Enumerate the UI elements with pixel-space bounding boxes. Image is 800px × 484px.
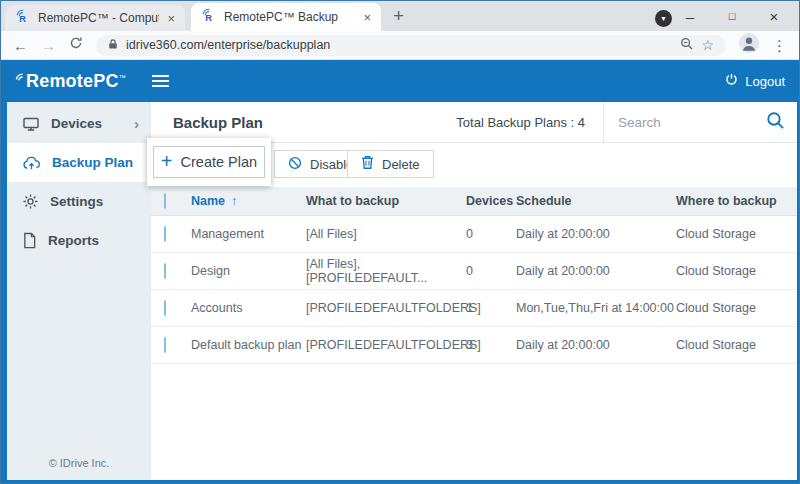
app-body: Devices › Backup Plan Settings Reports	[1, 102, 799, 483]
cell-schedule: Daily at 20:00:00	[516, 264, 676, 278]
copyright-text: © IDrive Inc.	[7, 457, 151, 469]
cell-schedule: Mon,Tue,Thu,Fri at 14:00:00	[516, 301, 676, 315]
cell-devices: 1	[466, 301, 516, 315]
logout-label: Logout	[745, 74, 785, 89]
gear-icon	[22, 193, 39, 210]
search-input[interactable]	[616, 114, 758, 131]
table-row[interactable]: Default backup plan [PROFILEDEFAULTFOLDE…	[151, 327, 797, 364]
tab-remotepc-backup[interactable]: R RemotePC™ Backup ×	[191, 3, 381, 31]
row-checkbox[interactable]	[164, 337, 166, 353]
create-plan-button[interactable]: + Create Plan	[153, 146, 265, 178]
column-header-what-to-backup[interactable]: What to backup	[306, 194, 466, 208]
monitor-icon	[22, 115, 40, 133]
lock-icon[interactable]	[108, 36, 118, 54]
sort-asc-icon: ↑	[231, 194, 237, 208]
chevron-right-icon: ›	[134, 115, 139, 132]
sidebar-item-label: Settings	[50, 194, 103, 209]
cell-where-to-backup: Cloud Storage	[676, 227, 797, 241]
search-box	[604, 102, 797, 142]
svg-text:R: R	[205, 12, 212, 22]
cell-schedule: Daily at 20:00:00	[516, 338, 676, 352]
sidebar-item-reports[interactable]: Reports	[7, 221, 151, 260]
browser-window: R RemotePC™ - Computers × R RemotePC™ Ba…	[0, 0, 800, 484]
trash-icon	[361, 155, 374, 173]
total-backup-plans: Total Backup Plans : 4	[456, 115, 585, 130]
tab-title: RemotePC™ - Computers	[38, 11, 159, 25]
column-header-name[interactable]: Name ↑	[191, 194, 306, 208]
remotepc-favicon: R	[15, 9, 30, 28]
cell-name: Default backup plan	[191, 338, 306, 352]
cell-devices: 0	[466, 264, 516, 278]
select-all-checkbox[interactable]	[164, 193, 166, 209]
window-close-icon[interactable]: ×	[753, 8, 795, 25]
cell-devices: 3	[466, 338, 516, 352]
refresh-icon[interactable]	[69, 36, 83, 54]
cell-devices: 0	[466, 227, 516, 241]
row-checkbox[interactable]	[164, 300, 166, 316]
create-plan-label: Create Plan	[181, 154, 258, 170]
new-tab-icon[interactable]: +	[393, 6, 404, 25]
content-header: Backup Plan Total Backup Plans : 4	[151, 102, 797, 143]
cell-name: Design	[191, 264, 306, 278]
window-controls: – □ ×	[669, 1, 795, 31]
cell-schedule: Daily at 20:00:00	[516, 227, 676, 241]
zoom-indicator-icon[interactable]	[680, 36, 693, 54]
cloud-upload-icon	[22, 155, 41, 171]
power-icon	[725, 73, 738, 89]
create-plan-callout: + Create Plan	[147, 138, 271, 186]
delete-button[interactable]: Delete	[347, 150, 434, 178]
minimize-icon[interactable]: –	[669, 8, 711, 25]
cell-what-to-backup: [All Files],[PROFILEDEFAULT...	[306, 257, 466, 285]
brand-trademark: ™	[119, 74, 126, 81]
row-checkbox[interactable]	[164, 263, 166, 279]
back-icon[interactable]: ←	[13, 38, 28, 53]
column-header-schedule[interactable]: Schedule	[516, 194, 676, 208]
remotepc-logo: RemotePC ™	[15, 71, 126, 92]
sidebar-item-settings[interactable]: Settings	[7, 182, 151, 221]
svg-text:R: R	[19, 13, 26, 23]
app-header: RemotePC ™ Logout	[1, 60, 799, 102]
plus-icon: +	[161, 151, 173, 171]
tab-strip: R RemotePC™ - Computers × R RemotePC™ Ba…	[1, 1, 799, 31]
tab-close-icon[interactable]: ×	[363, 11, 371, 24]
url-text: idrive360.com/enterprise/backupplan	[126, 38, 330, 52]
cell-name: Accounts	[191, 301, 306, 315]
cell-where-to-backup: Cloud Storage	[676, 264, 797, 278]
sidebar-item-label: Reports	[48, 233, 99, 248]
browser-menu-icon[interactable]: ⋮	[772, 38, 787, 53]
cell-what-to-backup: [All Files]	[306, 227, 466, 241]
page-title: Backup Plan	[151, 114, 263, 131]
browser-toolbar: ← → idrive360.com/enterprise/backupplan …	[1, 31, 799, 60]
profile-avatar-icon[interactable]	[739, 33, 759, 57]
brand-name: RemotePC	[26, 71, 119, 92]
forward-icon[interactable]: →	[41, 38, 56, 53]
tab-remotepc-computers[interactable]: R RemotePC™ - Computers ×	[5, 5, 185, 31]
sidebar-item-backup-plan[interactable]: Backup Plan	[7, 143, 151, 182]
row-checkbox[interactable]	[164, 226, 166, 242]
delete-label: Delete	[382, 157, 420, 172]
logout-button[interactable]: Logout	[725, 73, 785, 89]
document-icon	[22, 232, 37, 249]
table-row[interactable]: Design [All Files],[PROFILEDEFAULT... 0 …	[151, 253, 797, 290]
sidebar-item-devices[interactable]: Devices ›	[7, 104, 151, 143]
address-bar[interactable]: idrive360.com/enterprise/backupplan ☆	[96, 35, 726, 56]
table-row[interactable]: Accounts [PROFILEDEFAULTFOLDERS] 1 Mon,T…	[151, 290, 797, 327]
hamburger-menu-icon[interactable]	[152, 75, 169, 87]
cell-what-to-backup: [PROFILEDEFAULTFOLDERS]	[306, 301, 466, 315]
remotepc-favicon: R	[201, 8, 216, 27]
column-header-devices[interactable]: Devices	[466, 194, 516, 208]
cell-what-to-backup: [PROFILEDEFAULTFOLDERS]	[306, 338, 466, 352]
sidebar: Devices › Backup Plan Settings Reports	[7, 102, 151, 480]
disable-icon	[288, 156, 302, 173]
tab-title: RemotePC™ Backup	[224, 10, 355, 24]
table-row[interactable]: Management [All Files] 0 Daily at 20:00:…	[151, 216, 797, 253]
sidebar-item-label: Backup Plan	[52, 155, 133, 170]
sidebar-item-label: Devices	[51, 116, 102, 131]
tab-close-icon[interactable]: ×	[167, 12, 175, 25]
column-header-where-to-backup[interactable]: Where to backup	[676, 194, 797, 208]
maximize-icon[interactable]: □	[711, 10, 753, 22]
search-icon[interactable]	[766, 111, 785, 134]
plan-toolbar: + Create Plan Disable Delete	[151, 143, 797, 187]
bookmark-star-icon[interactable]: ☆	[701, 38, 714, 52]
table-header: Name ↑ What to backup Devices Schedule W…	[151, 187, 797, 216]
